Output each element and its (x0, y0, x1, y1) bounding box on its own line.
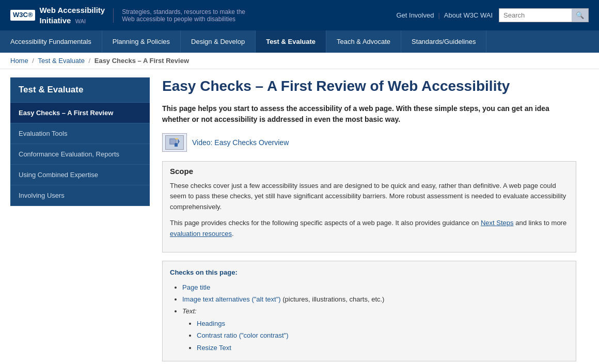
nav-design-develop[interactable]: Design & Develop (181, 30, 256, 53)
sidebar: Test & Evaluate Easy Checks – A First Re… (10, 77, 150, 206)
svg-rect-4 (175, 143, 178, 147)
wai-branding: Web AccessibilityInitiative WAI (39, 5, 105, 25)
headings-link[interactable]: Headings (197, 320, 225, 327)
get-involved-link[interactable]: Get Involved (396, 11, 434, 19)
header-right: Get Involved | About W3C WAI 🔍 (396, 8, 589, 22)
scope-content: These checks cover just a few accessibil… (163, 181, 576, 252)
nav-standards-guidelines[interactable]: Standards/Guidelines (401, 30, 486, 53)
breadcrumb-sep1: / (32, 57, 36, 65)
sidebar-item-easy-checks[interactable]: Easy Checks – A First Review (10, 103, 150, 123)
scope-para2-suffix: . (232, 230, 234, 238)
header-tagline: Strategies, standards, resources to make… (113, 8, 258, 23)
next-steps-link[interactable]: Next Steps (481, 219, 514, 227)
video-link-area: Video: Easy Checks Overview (162, 133, 576, 152)
checks-list: Page title Image text alternatives ("alt… (170, 281, 569, 354)
video-thumbnail (165, 135, 184, 150)
site-header: W3C® Web AccessibilityInitiative WAI Str… (0, 0, 599, 30)
main-nav: Accessibility Fundamentals Planning & Po… (0, 30, 599, 53)
header-left: W3C® Web AccessibilityInitiative WAI Str… (10, 5, 258, 25)
image-alt-suffix: (pictures, illustrations, charts, etc.) (281, 295, 385, 303)
list-item: Resize Text (197, 342, 569, 354)
header-links: Get Involved | About W3C WAI (396, 11, 493, 19)
list-item: Page title (182, 281, 569, 293)
scope-box: Scope These checks cover just a few acce… (162, 161, 576, 252)
logo-area: W3C® Web AccessibilityInitiative WAI (10, 5, 105, 25)
nav-test-evaluate[interactable]: Test & Evaluate (256, 30, 326, 53)
scope-para2: This page provides checks for the follow… (170, 218, 569, 240)
checks-title: Checks on this page: (170, 268, 569, 276)
breadcrumb-sep2: / (89, 57, 92, 65)
divider: | (438, 11, 439, 19)
about-link[interactable]: About W3C WAI (444, 11, 493, 19)
list-item: Image text alternatives ("alt text") (pi… (182, 293, 569, 305)
image-alt-link[interactable]: Image text alternatives ("alt text") (182, 295, 281, 303)
breadcrumb: Home / Test & Evaluate / Easy Checks – A… (0, 53, 599, 69)
intro-paragraph: This page helps you start to assess the … (162, 103, 576, 125)
sidebar-item-involving-users[interactable]: Involving Users (10, 185, 150, 206)
search-form: 🔍 (499, 8, 589, 22)
breadcrumb-test-evaluate[interactable]: Test & Evaluate (38, 57, 85, 65)
wai-title: Web AccessibilityInitiative WAI (39, 5, 105, 25)
sidebar-item-conformance[interactable]: Conformance Evaluation, Reports (10, 144, 150, 165)
scope-para2-mid: and links to more (514, 219, 567, 227)
list-item: Headings (197, 318, 569, 329)
scope-para1: These checks cover just a few accessibil… (170, 181, 569, 213)
breadcrumb-current: Easy Checks – A First Review (94, 57, 189, 65)
breadcrumb-home[interactable]: Home (10, 57, 28, 65)
search-input[interactable] (499, 9, 572, 22)
sidebar-title: Test & Evaluate (10, 77, 150, 103)
resize-text-link[interactable]: Resize Text (197, 344, 231, 352)
play-icon (169, 138, 180, 147)
w3c-logo-text: W3C® (13, 11, 33, 19)
page-content: Easy Checks – A First Review of Web Acce… (150, 77, 589, 361)
nav-planning-policies[interactable]: Planning & Policies (102, 30, 181, 53)
page-title-link[interactable]: Page title (182, 283, 210, 291)
nav-teach-advocate[interactable]: Teach & Advocate (326, 30, 401, 53)
main-layout: Test & Evaluate Easy Checks – A First Re… (0, 69, 599, 364)
contrast-link[interactable]: Contrast ratio ("color contrast") (197, 331, 289, 339)
page-title: Easy Checks – A First Review of Web Acce… (162, 77, 576, 95)
text-label: Text: (182, 307, 197, 315)
nav-accessibility-fundamentals[interactable]: Accessibility Fundamentals (0, 30, 102, 53)
video-icon (162, 133, 187, 152)
scope-para2-prefix: This page provides checks for the follow… (170, 219, 481, 227)
checks-section: Checks on this page: Page title Image te… (162, 261, 576, 361)
list-item: Text: Headings Contrast ratio ("color co… (182, 305, 569, 354)
sidebar-item-combined-expertise[interactable]: Using Combined Expertise (10, 165, 150, 185)
svg-marker-1 (178, 138, 180, 145)
sidebar-item-evaluation-tools[interactable]: Evaluation Tools (10, 123, 150, 144)
evaluation-resources-link[interactable]: evaluation resources (170, 230, 232, 238)
scope-title: Scope (163, 162, 576, 181)
list-item: Contrast ratio ("color contrast") (197, 329, 569, 341)
w3c-logo: W3C® (10, 10, 35, 20)
search-button[interactable]: 🔍 (572, 9, 588, 22)
text-sub-list: Headings Contrast ratio ("color contrast… (182, 318, 569, 354)
video-link[interactable]: Video: Easy Checks Overview (192, 138, 289, 147)
svg-rect-2 (170, 139, 176, 144)
